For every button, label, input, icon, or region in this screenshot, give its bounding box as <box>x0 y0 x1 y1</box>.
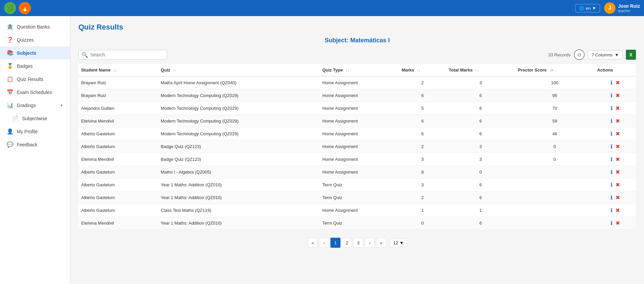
table-row: Alejandra Guillen Modern Technology Comp… <box>78 102 636 115</box>
cell-quiz: Modern Technology Computing (QZ029) <box>158 89 320 102</box>
question-banks-icon: 🏦 <box>7 23 13 30</box>
cell-quiz-type: Term Quiz <box>320 217 399 230</box>
info-icon[interactable]: ℹ <box>610 118 612 124</box>
cell-proctor-score: 46 <box>515 128 594 140</box>
info-icon[interactable]: ℹ <box>610 144 612 149</box>
cell-quiz-type: Home Assignment <box>320 102 399 115</box>
delete-icon[interactable]: ✖ <box>615 93 620 98</box>
sidebar-item-gradings[interactable]: 📊 Gradings ▼ <box>0 99 70 112</box>
export-excel-button[interactable]: X <box>626 50 636 60</box>
toolbar: 🔍 33 Records ⊙ 7 Columns ▼ X <box>78 49 636 60</box>
search-box: 🔍 <box>78 50 167 60</box>
delete-icon[interactable]: ✖ <box>615 156 620 162</box>
app-icon-1[interactable]: 🌿 <box>4 2 16 14</box>
info-icon[interactable]: ℹ <box>610 80 612 86</box>
delete-icon[interactable]: ✖ <box>615 144 620 149</box>
sidebar-item-quizzes[interactable]: ❓ Quizzes <box>0 33 70 46</box>
sidebar-label-exam-schedules: Exam Schedules <box>17 90 52 95</box>
table-row: Brayam Ruiz Maths April Home Assignment … <box>78 76 636 89</box>
sort-proctor-score-icon[interactable]: ↓= <box>549 68 553 72</box>
table-row: Brayam Ruiz Modern Technology Computing … <box>78 89 636 102</box>
page-last-button[interactable]: » <box>376 238 386 248</box>
info-icon[interactable]: ℹ <box>610 93 612 98</box>
info-icon[interactable]: ℹ <box>610 156 612 162</box>
cell-total-marks: 3 <box>446 76 515 89</box>
sidebar-item-subjects[interactable]: 📚 Subjects <box>0 46 70 59</box>
toolbar-right: 33 Records ⊙ 7 Columns ▼ X <box>548 49 636 60</box>
gradings-icon: 📊 <box>7 102 13 108</box>
delete-icon[interactable]: ✖ <box>615 195 620 200</box>
gradings-arrow-icon: ▼ <box>60 103 63 107</box>
columns-button[interactable]: 7 Columns ▼ <box>588 50 623 59</box>
page-next-button[interactable]: › <box>365 238 375 248</box>
info-icon[interactable]: ℹ <box>610 195 612 200</box>
col-header-student-name: Student Name ↑↓ <box>78 64 158 76</box>
pagination: « ‹ 1 2 3 › » 12 ▼ <box>78 235 636 250</box>
sidebar-item-badges[interactable]: 🏅 Badges <box>0 59 70 73</box>
info-icon[interactable]: ℹ <box>610 182 612 188</box>
col-header-quiz-type: Quiz Type ↑↓ <box>320 64 399 76</box>
sidebar-label-badges: Badges <box>17 63 33 69</box>
sort-total-marks-icon[interactable]: ↑↓ <box>475 68 479 72</box>
info-icon[interactable]: ℹ <box>610 207 612 213</box>
col-header-proctor-score: Proctor Score ↓= <box>515 64 594 76</box>
sidebar-item-feedback[interactable]: 💬 Feedback <box>0 138 70 151</box>
app-icon-2[interactable]: 🔥 <box>19 2 31 14</box>
delete-icon[interactable]: ✖ <box>615 169 620 175</box>
cell-quiz-type: Home Assignment <box>320 115 399 128</box>
sort-marks-icon[interactable]: ↑↓ <box>417 68 421 72</box>
cell-proctor-score: 100 <box>515 76 594 89</box>
delete-icon[interactable]: ✖ <box>615 118 620 124</box>
search-input[interactable] <box>90 52 164 57</box>
cell-quiz: Badge Quiz (QZ123) <box>158 153 320 166</box>
table-row: Alberto Gastelum Maths I - Algebra (QZ00… <box>78 166 636 179</box>
sidebar-item-quiz-results[interactable]: 📋 Quiz Results <box>0 73 70 86</box>
cell-proctor-score <box>515 217 594 230</box>
info-icon[interactable]: ℹ <box>610 169 612 175</box>
feedback-icon: 💬 <box>7 141 13 148</box>
sort-student-name-icon[interactable]: ↑↓ <box>113 68 117 72</box>
cell-quiz-type: Home Assignment <box>320 76 399 89</box>
sidebar: 🏦 Question Banks ❓ Quizzes 📚 Subjects 🏅 … <box>0 16 70 284</box>
sidebar-label-gradings: Gradings <box>17 103 36 108</box>
user-name: Jose Ruiz <box>618 3 640 9</box>
page-prev-button[interactable]: ‹ <box>319 238 329 248</box>
cell-quiz: Maths April Home Assignment (QZ040) <box>158 76 320 89</box>
delete-icon[interactable]: ✖ <box>615 105 620 111</box>
sidebar-item-exam-schedules[interactable]: 📅 Exam Schedules <box>0 86 70 99</box>
cell-proctor-score: 95 <box>515 89 594 102</box>
delete-icon[interactable]: ✖ <box>615 220 620 226</box>
cell-proctor-score: 0 <box>515 153 594 166</box>
table-row: Etelvina Mendivil Badge Quiz (QZ123) Hom… <box>78 153 636 166</box>
sidebar-label-subjectwise: Subjectwise <box>22 116 47 121</box>
delete-icon[interactable]: ✖ <box>615 131 620 137</box>
col-header-total-marks: Total Marks ↑↓ <box>446 64 515 76</box>
sidebar-item-my-profile[interactable]: 👤 My Profile <box>0 125 70 138</box>
info-icon[interactable]: ℹ <box>610 131 612 137</box>
page-1-button[interactable]: 1 <box>330 238 340 248</box>
sort-quiz-icon[interactable]: ↑↓ <box>173 68 176 72</box>
sidebar-item-subjectwise[interactable]: 📄 Subjectwise <box>0 112 70 125</box>
lang-label: en <box>586 6 590 11</box>
delete-icon[interactable]: ✖ <box>615 182 620 188</box>
info-icon[interactable]: ℹ <box>610 105 612 111</box>
page-3-button[interactable]: 3 <box>353 238 363 248</box>
language-button[interactable]: 🌐 en ▼ <box>575 4 600 12</box>
app-logos: 🌿 🔥 <box>4 2 31 14</box>
delete-icon[interactable]: ✖ <box>615 207 620 213</box>
page-first-button[interactable]: « <box>308 238 318 248</box>
page-2-button[interactable]: 2 <box>342 238 352 248</box>
table-body: Brayam Ruiz Maths April Home Assignment … <box>78 76 636 230</box>
per-page-select[interactable]: 12 ▼ <box>390 239 407 247</box>
cell-total-marks: 3 <box>446 153 515 166</box>
cell-actions: ℹ ✖ <box>594 76 636 89</box>
cell-quiz: Year 1 Maths: Addition (QZ010) <box>158 179 320 191</box>
quizzes-icon: ❓ <box>7 37 13 43</box>
cell-quiz: Year 1 Maths: Addition (QZ010) <box>158 191 320 204</box>
info-icon[interactable]: ℹ <box>610 220 612 226</box>
sort-quiz-type-icon[interactable]: ↑↓ <box>345 68 349 72</box>
content-area: Quiz Results Subject: Matemáticas I 🔍 33… <box>70 16 644 284</box>
delete-icon[interactable]: ✖ <box>615 80 620 86</box>
sidebar-item-question-banks[interactable]: 🏦 Question Banks <box>0 20 70 33</box>
filter-button[interactable]: ⊙ <box>574 49 585 60</box>
